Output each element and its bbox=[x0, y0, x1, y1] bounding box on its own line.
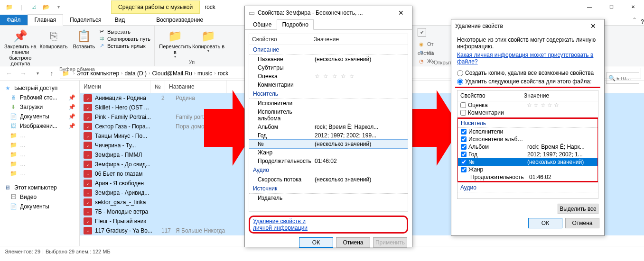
prop-comments[interactable]: Комментарии bbox=[249, 81, 408, 89]
ok-button[interactable]: ОК bbox=[528, 218, 562, 228]
sidebar-documents[interactable]: 📄Документы📌 bbox=[2, 112, 77, 121]
rm-artists[interactable]: Исполнители bbox=[458, 128, 597, 135]
prop-duration[interactable]: Продолжительность01:46:02 bbox=[249, 157, 408, 165]
prop-genre[interactable]: Жанр bbox=[249, 148, 408, 157]
prop-publisher[interactable]: Издатель bbox=[249, 194, 408, 202]
select-all-button[interactable]: Выделить все bbox=[558, 204, 598, 214]
checkbox[interactable] bbox=[460, 110, 466, 116]
close-button[interactable]: ✕ bbox=[622, 0, 644, 14]
close-button[interactable]: ✕ bbox=[586, 22, 600, 30]
folder-open-icon[interactable]: 📂 bbox=[41, 2, 51, 12]
sidebar-downloads[interactable]: ⬇Загрузки📌 bbox=[2, 102, 77, 112]
prop-rating[interactable]: Оценка☆ ☆ ☆ ☆ ☆ bbox=[249, 72, 408, 81]
tab-view[interactable]: Вид bbox=[108, 15, 131, 25]
sidebar-item-faded[interactable]: 📁… bbox=[2, 169, 77, 178]
prop-no[interactable]: №(несколько значений) bbox=[249, 140, 408, 148]
cancel-button[interactable]: Отмена bbox=[336, 237, 370, 248]
up-button[interactable]: ↑ bbox=[46, 68, 58, 79]
col-property[interactable]: Свойство bbox=[252, 36, 314, 43]
rm-comments[interactable]: Комментарии bbox=[457, 109, 598, 117]
tab-file[interactable]: Файл bbox=[0, 15, 28, 25]
prop-album-artist[interactable]: Исполнитель альбома bbox=[249, 108, 408, 123]
sidebar-desktop[interactable]: 🖥Рабочий сто...📌 bbox=[2, 93, 77, 102]
checkbox[interactable] bbox=[461, 159, 467, 165]
ribbon-expand-icon[interactable]: ⌃ bbox=[628, 15, 641, 25]
cut-button[interactable]: ✂Вырезать bbox=[98, 28, 150, 35]
forward-button[interactable]: → bbox=[17, 68, 29, 79]
rm-album[interactable]: Альбомrock; Время Ё; Нарк... bbox=[458, 143, 597, 151]
rhs-ju[interactable]: ◔Жу bbox=[418, 57, 435, 65]
checkbox[interactable] bbox=[461, 129, 467, 135]
breadcrumb-item[interactable]: music bbox=[197, 70, 212, 77]
checkbox[interactable] bbox=[460, 102, 466, 108]
breadcrumb-item[interactable]: data (D:) bbox=[124, 70, 147, 77]
help-link[interactable]: Какая личная информация может присутство… bbox=[457, 52, 598, 65]
col-property[interactable]: Свойство bbox=[460, 92, 524, 99]
maximize-button[interactable]: ☐ bbox=[600, 0, 622, 14]
radio-input[interactable] bbox=[457, 70, 463, 76]
sidebar-item-faded[interactable]: 📁… bbox=[2, 150, 77, 159]
sidebar-item-faded[interactable]: 📁… bbox=[2, 159, 77, 169]
minimize-button[interactable]: — bbox=[579, 0, 600, 14]
radio-create-copy[interactable]: Создать копию, удалив все возможные свой… bbox=[457, 69, 598, 77]
checkbox[interactable] bbox=[461, 167, 467, 172]
breadcrumb-item[interactable]: Cloud@Mail.Ru bbox=[152, 70, 192, 77]
col-no[interactable]: № bbox=[151, 81, 165, 93]
rm-no[interactable]: №(несколько значений) bbox=[458, 158, 597, 166]
prop-bitrate[interactable]: Скорость потока(несколько значений) bbox=[249, 175, 408, 184]
sidebar-pictures[interactable]: 🖼Изображени...📌 bbox=[2, 121, 77, 131]
radio-remove-selected[interactable]: Удалить следующие свойства для этого фай… bbox=[457, 77, 598, 86]
col-name[interactable]: Имени bbox=[80, 81, 151, 93]
breadcrumb-item[interactable]: rock bbox=[218, 70, 229, 77]
rm-year[interactable]: Год2012; 1997; 2002; 1... bbox=[458, 151, 597, 158]
rm-duration[interactable]: Продолжительность01:46:02 bbox=[458, 173, 597, 181]
remove-properties-link[interactable]: Удаление свойств и личной информации bbox=[253, 218, 326, 231]
cancel-button[interactable]: Отмена bbox=[565, 218, 599, 228]
prop-artists[interactable]: Исполнители bbox=[249, 99, 408, 108]
checkbox-icon[interactable]: ✔ bbox=[418, 28, 426, 36]
col-value[interactable]: Значение bbox=[524, 92, 549, 99]
sidebar-this-pc[interactable]: 🖥Этот компьютер bbox=[2, 183, 77, 192]
move-to-button[interactable]: 📁 Переместить в ▾ bbox=[159, 27, 192, 59]
breadcrumb-item[interactable]: Этот компьютер bbox=[76, 70, 119, 77]
rm-genre[interactable]: Жанр bbox=[458, 166, 597, 173]
pin-button[interactable]: 📌 Закрепить на панели быстрого доступа bbox=[4, 27, 37, 66]
tab-home[interactable]: Главная bbox=[28, 14, 64, 26]
tab-details[interactable]: Подробно bbox=[277, 19, 314, 30]
paste-button[interactable]: 📋 Вставить bbox=[70, 27, 98, 66]
checkbox[interactable] bbox=[461, 152, 467, 157]
tab-general[interactable]: Общие bbox=[248, 19, 277, 30]
radio-input[interactable] bbox=[457, 79, 463, 85]
checkbox[interactable] bbox=[461, 144, 467, 150]
back-button[interactable]: ← bbox=[3, 68, 15, 79]
sidebar-item-faded[interactable]: 📁… bbox=[2, 131, 77, 140]
tab-share[interactable]: Поделиться bbox=[63, 15, 108, 25]
tab-playback[interactable]: Воспроизведение bbox=[149, 15, 210, 25]
search-input[interactable]: 🔍 ь ro... bbox=[606, 72, 639, 84]
rm-rating[interactable]: Оценка☆ ☆ ☆ ☆ ☆ bbox=[457, 101, 598, 109]
properties-list[interactable]: Свойство Значение Описание Название(неск… bbox=[249, 34, 408, 212]
prop-subtitles[interactable]: Субтитры bbox=[249, 63, 408, 72]
checkbox[interactable] bbox=[461, 136, 467, 142]
prop-album[interactable]: Альбомrock; Время Ё; Наркол... bbox=[249, 123, 408, 131]
copy-button[interactable]: ⎘ Копировать bbox=[37, 27, 70, 66]
apply-button[interactable]: Применить bbox=[373, 237, 407, 248]
rhs-ot[interactable]: ◉От bbox=[418, 40, 435, 48]
sidebar-documents2[interactable]: 📄Документы bbox=[2, 202, 77, 211]
ok-button[interactable]: ОК bbox=[299, 237, 333, 248]
sidebar-item-faded[interactable]: 📁… bbox=[2, 140, 77, 150]
remove-list[interactable]: Свойство Значение Оценка☆ ☆ ☆ ☆ ☆ Коммен… bbox=[457, 90, 598, 199]
col-value[interactable]: Значение bbox=[314, 36, 405, 43]
paste-shortcut-button[interactable]: ↗Вставить ярлык bbox=[98, 43, 150, 49]
copy-path-button[interactable]: ⇉Скопировать путь bbox=[98, 36, 150, 42]
sidebar-quick-access[interactable]: ★Быстрый доступ bbox=[2, 83, 77, 93]
rm-album-artist[interactable]: Исполнители альбома bbox=[458, 135, 597, 143]
context-tab-music[interactable]: Средства работы с музыкой bbox=[111, 0, 200, 14]
prop-name[interactable]: Название(несколько значений) bbox=[249, 55, 408, 63]
recent-dropdown[interactable]: ▾ bbox=[31, 68, 44, 79]
close-button[interactable]: ✕ bbox=[394, 9, 408, 17]
checkbox-icon[interactable]: ☑ bbox=[28, 2, 39, 12]
qat-dropdown-icon[interactable]: ▾ bbox=[53, 2, 64, 12]
sidebar-videos[interactable]: 🎞Видео bbox=[2, 192, 77, 202]
help-icon[interactable]: ? bbox=[641, 18, 644, 25]
